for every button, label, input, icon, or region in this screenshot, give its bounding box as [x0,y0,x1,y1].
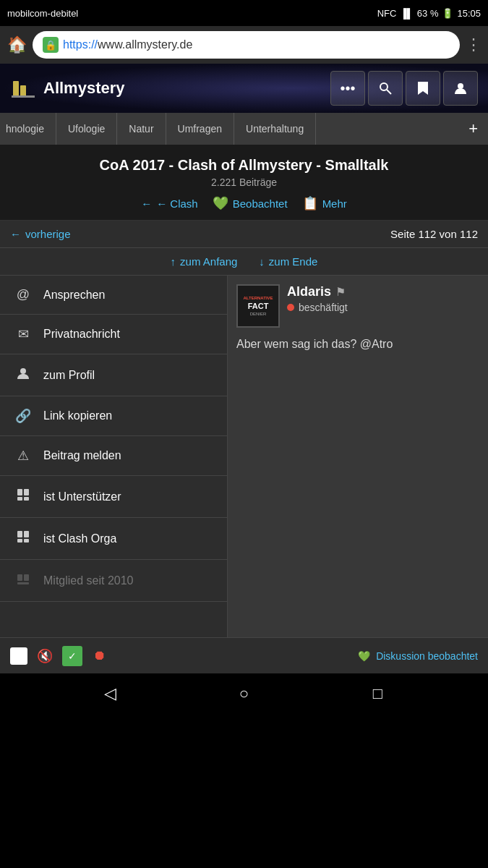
svg-point-5 [458,83,463,89]
svg-point-3 [380,83,388,90]
observe-label: Beobachtet [233,197,288,210]
more-options-button[interactable]: 📋 Mehr [302,195,347,211]
tab-natur[interactable]: Natur [117,113,166,145]
recent-apps-button[interactable]: □ [364,679,393,708]
svg-rect-13 [17,539,22,542]
nav-more-button[interactable]: + [458,113,488,145]
profile-button[interactable] [443,71,478,106]
signal-icon: ▐▌ [400,8,413,19]
page-info: Seite 112 von 112 [390,228,478,240]
menu-item-mitglied: Mitglied seit 2010 [0,560,227,602]
forum-header: CoA 2017 - Clash of Allmystery - Smallta… [0,145,488,221]
pagination-bar: ← vorherige Seite 112 von 112 [0,221,488,248]
home-button[interactable]: 🏠 [7,35,27,54]
forum-count: 2.221 Beiträge [7,176,481,188]
avatar: ALTERNATIVE FACT DENIER [236,284,280,328]
profil-label: zum Profil [43,369,95,382]
bottom-watch: 💚 Diskussion beobachtet [358,650,478,662]
home-nav-button[interactable]: ○ [230,679,259,708]
content-area: @ Ansprechen ✉ Privatnachricht zum Profi… [0,276,488,637]
tab-ufologie[interactable]: Ufologie [56,113,117,145]
post-user-info: Aldaris ⚑ beschäftigt [287,284,479,313]
observe-button[interactable]: 💚 Beobachtet [213,195,288,211]
privatnachricht-label: Privatnachricht [43,328,120,341]
back-button[interactable]: ◁ [96,679,125,708]
tab-umfragen[interactable]: Umfragen [166,113,234,145]
url-display: https://www.allmystery.de [63,38,192,51]
nav-tabs: hnologie Ufologie Natur Umfragen Unterha… [0,113,488,145]
bottom-left-icons: 🔇 ✓ ⏺ [10,646,110,666]
status-indicator [287,304,294,311]
username-text: Aldaris [287,284,331,299]
svg-point-6 [20,368,26,374]
menu-item-ansprechen[interactable]: @ Ansprechen [0,276,227,315]
menu-item-melden[interactable]: ⚠ Beitrag melden [0,436,227,476]
search-button[interactable] [368,71,403,106]
previous-button[interactable]: ← vorherige [10,228,71,240]
member-icon [14,571,32,590]
link-label: Link kopieren [43,409,112,422]
more-icon: 📋 [302,195,318,211]
android-nav: ◁ ○ □ [0,673,488,714]
post-username: Aldaris ⚑ [287,284,479,299]
post-area: ALTERNATIVE FACT DENIER Aldaris ⚑ beschä… [228,276,488,637]
volume-icon[interactable]: 🔇 [35,646,55,666]
avatar-line3: DENIER [250,312,267,316]
record-icon[interactable]: ⏺ [90,646,110,666]
clash-orga-label: ist Clash Orga [43,532,116,545]
site-title: Allmystery [43,79,125,98]
svg-rect-1 [20,85,26,97]
status-right: NFC ▐▌ 63 % 🔋 15:05 [377,8,481,19]
menu-item-privatnachricht[interactable]: ✉ Privatnachricht [0,315,227,354]
arrow-left-icon: ← [141,197,152,210]
clash-back-button[interactable]: ← ← Clash [141,197,198,210]
browser-menu-button[interactable]: ⋮ [466,35,481,54]
carrier-text: mobilcom-debitel [7,8,78,19]
prev-label: vorherige [25,228,71,240]
bookmark-button[interactable] [406,71,440,106]
down-arrow-icon: ↓ [259,255,265,268]
svg-rect-11 [17,531,22,537]
svg-line-4 [387,90,391,94]
post-header: ALTERNATIVE FACT DENIER Aldaris ⚑ beschä… [236,284,479,328]
svg-rect-17 [17,582,29,584]
bottom-bar: 🔇 ✓ ⏺ 💚 Diskussion beobachtet [0,637,488,673]
to-end-button[interactable]: ↓ zum Ende [259,255,317,268]
check-icon[interactable]: ✓ [62,646,82,666]
up-arrow-icon: ↑ [171,255,176,268]
battery-icon: 🔋 [442,8,453,19]
menu-item-clash-orga[interactable]: ist Clash Orga [0,518,227,560]
avatar-line2: FACT [248,302,269,310]
menu-item-link[interactable]: 🔗 Link kopieren [0,396,227,436]
profile-icon [14,366,32,384]
to-end-label: zum Ende [269,255,318,268]
context-menu: @ Ansprechen ✉ Privatnachricht zum Profi… [0,276,228,637]
more-button[interactable]: ••• [330,71,365,106]
svg-rect-0 [13,81,19,97]
forum-actions: ← ← Clash 💚 Beobachtet 📋 Mehr [7,195,481,211]
status-text: beschäftigt [299,302,348,313]
status-bar: mobilcom-debitel NFC ▐▌ 63 % 🔋 15:05 [0,0,488,26]
post-content: Aber wem sag ich das? @Atro [236,333,479,352]
svg-rect-8 [24,489,29,495]
to-start-button[interactable]: ↑ zum Anfang [171,255,238,268]
watch-icon: 💚 [358,650,370,662]
at-icon: @ [14,287,32,302]
menu-item-unterstuetzer[interactable]: ist Unterstützer [0,476,227,518]
prev-arrow-icon: ← [10,228,21,240]
url-bar[interactable]: 🔒 https://www.allmystery.de [33,31,460,59]
site-logo-area: Allmystery [10,75,125,101]
battery-text: 63 % [417,8,439,19]
clash-label: ← Clash [156,197,198,210]
url-domain: www.allmystery.de [98,38,192,51]
to-start-label: zum Anfang [180,255,237,268]
svg-rect-7 [17,489,22,495]
mail-icon: ✉ [14,326,32,342]
menu-item-profil[interactable]: zum Profil [0,354,227,396]
svg-rect-2 [12,95,35,98]
tab-technologie[interactable]: hnologie [0,113,56,145]
warning-icon: ⚠ [14,448,32,464]
watch-label: Diskussion beobachtet [376,650,478,662]
avatar-line1: ALTERNATIVE [243,296,273,301]
tab-unterhaltung[interactable]: Unterhaltung [234,113,316,145]
